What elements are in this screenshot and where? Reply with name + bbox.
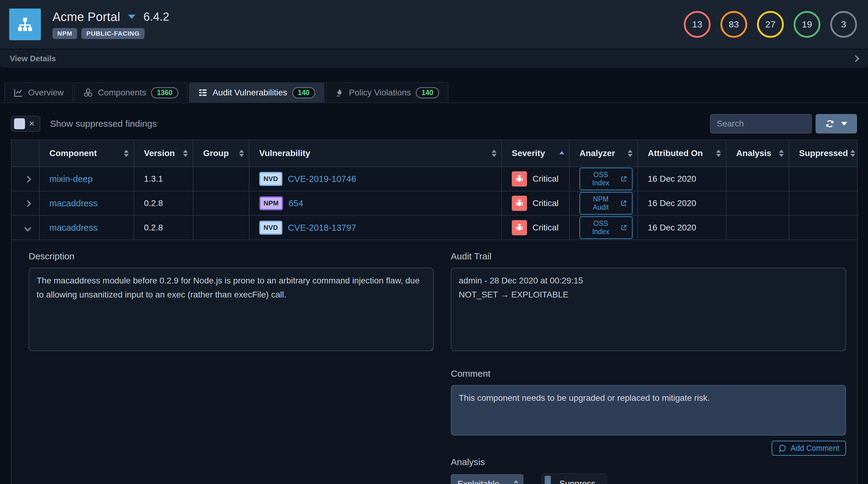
sort-icon	[779, 150, 784, 157]
finding-row: mixin-deep 1.3.1 NVDCVE-2019-10746 Criti…	[11, 167, 857, 191]
analyzer-button[interactable]: OSS Index	[580, 168, 632, 190]
sitemap-icon	[16, 15, 34, 34]
analyzer-button[interactable]: OSS Index	[580, 216, 632, 239]
col-analysis[interactable]: Analysis	[726, 140, 789, 167]
view-details-label: View Details	[10, 54, 56, 63]
suppressed-cell	[789, 216, 857, 240]
finding-row: macaddress 0.2.8 NPM654 Critical NPM Aud…	[11, 191, 857, 216]
group-cell	[193, 216, 249, 240]
col-version[interactable]: Version	[134, 140, 193, 167]
table-toolbar: ✕ Show suppressed findings	[11, 114, 857, 134]
analysis-label: Analysis	[451, 457, 846, 467]
project-tag-npm: NPM	[53, 28, 77, 39]
description-textarea[interactable]: The macaddress module before 0.2.9 for N…	[29, 268, 434, 351]
source-badge: NVD	[259, 221, 282, 235]
search-input[interactable]	[710, 114, 812, 133]
tab-audit-vulnerabilities[interactable]: Audit Vulnerabilities 140	[189, 82, 324, 102]
severity-critical-badge	[512, 171, 527, 187]
bug-icon	[515, 199, 524, 208]
chevron-right-icon	[852, 55, 860, 62]
add-comment-button[interactable]: Add Comment	[772, 441, 846, 456]
show-suppressed-label: Show suppressed findings	[50, 119, 157, 129]
component-link[interactable]: mixin-deep	[50, 174, 93, 184]
metric-high: 83	[720, 11, 747, 38]
finding-detail-row: Description The macaddress module before…	[11, 240, 857, 484]
vulnerability-link[interactable]: CVE-2019-10746	[288, 174, 356, 184]
component-link[interactable]: macaddress	[50, 198, 98, 208]
toggle-off-x-icon: ✕	[29, 120, 35, 127]
suppress-toggle[interactable]: Suppress	[542, 473, 607, 484]
sort-icon	[492, 150, 497, 157]
tab-label: Audit Vulnerabilities	[213, 88, 287, 98]
chevron-right-icon	[24, 176, 31, 183]
col-group[interactable]: Group	[193, 140, 249, 167]
col-attributed-on[interactable]: Attributed On	[638, 140, 726, 167]
sort-icon	[239, 150, 244, 157]
source-badge: NPM	[259, 196, 283, 210]
view-details-bar[interactable]: View Details	[0, 49, 868, 68]
tab-count-badge: 140	[292, 87, 315, 98]
attributed-on-cell: 16 Dec 2020	[638, 191, 726, 216]
comment-textarea[interactable]: This component needs to be upgraded or r…	[451, 385, 846, 435]
finding-row-expanded: macaddress 0.2.8 NVDCVE-2018-13797 Criti…	[11, 216, 857, 240]
tab-label: Overview	[28, 88, 64, 98]
severity-metrics: 13 83 27 19 3	[684, 11, 857, 38]
chevron-down-icon	[24, 225, 31, 232]
findings-table: Component Version Group Vulnerability Se…	[11, 139, 858, 484]
sort-icon	[850, 150, 855, 157]
col-severity[interactable]: Severity	[502, 140, 569, 167]
fire-icon	[335, 88, 344, 98]
severity-label: Critical	[532, 198, 559, 208]
attributed-on-cell: 16 Dec 2020	[638, 216, 726, 240]
version-cell: 0.2.8	[134, 191, 193, 216]
version-cell: 0.2.8	[134, 216, 193, 240]
severity-critical-badge	[512, 220, 527, 235]
sort-icon	[716, 150, 721, 157]
project-logo	[9, 8, 41, 40]
tab-policy-violations[interactable]: Policy Violations 140	[326, 82, 448, 102]
component-link[interactable]: macaddress	[50, 223, 98, 232]
project-title: Acme Portal	[53, 10, 120, 24]
refresh-button[interactable]	[815, 114, 857, 133]
comment-label: Comment	[451, 368, 846, 379]
audit-trail-textarea[interactable]: admin - 28 Dec 2020 at 00:29:15 NOT_SET …	[451, 268, 846, 351]
col-analyzer[interactable]: Analyzer	[569, 140, 638, 167]
bug-icon	[515, 174, 524, 184]
group-cell	[193, 167, 249, 191]
show-suppressed-toggle[interactable]: ✕	[11, 116, 40, 132]
version-cell: 1.3.1	[134, 167, 193, 191]
col-suppressed[interactable]: Suppressed	[789, 140, 857, 167]
analyzer-button[interactable]: NPM Audit	[580, 192, 632, 215]
suppress-label: Suppress	[559, 479, 595, 484]
analysis-cell	[726, 167, 789, 191]
analysis-select[interactable]: Exploitable	[451, 474, 523, 484]
col-vulnerability[interactable]: Vulnerability	[249, 140, 502, 167]
tab-overview[interactable]: Overview	[4, 82, 73, 102]
analysis-cell	[726, 191, 789, 216]
table-header-row: Component Version Group Vulnerability Se…	[11, 140, 857, 167]
refresh-dropdown-caret-icon[interactable]	[841, 122, 847, 126]
tab-components[interactable]: Components 1360	[74, 82, 188, 102]
sort-icon	[183, 150, 188, 157]
col-component[interactable]: Component	[39, 140, 134, 167]
metric-critical: 13	[684, 11, 711, 38]
sort-asc-icon	[559, 151, 564, 156]
comment-bubble-icon	[778, 444, 786, 452]
row-expander[interactable]	[11, 191, 39, 216]
row-expander[interactable]	[11, 216, 39, 240]
col-expander	[11, 140, 39, 167]
group-cell	[193, 191, 249, 216]
severity-label: Critical	[532, 223, 559, 232]
row-expander[interactable]	[11, 167, 39, 191]
vulnerability-link[interactable]: 654	[288, 198, 303, 208]
metric-medium: 27	[757, 11, 784, 38]
project-dropdown-caret-icon[interactable]	[128, 14, 135, 19]
vulnerability-link[interactable]: CVE-2018-13797	[288, 223, 356, 233]
project-header: Acme Portal 6.4.2 NPM PUBLIC-FACING 13 8…	[0, 0, 868, 49]
attributed-on-cell: 16 Dec 2020	[638, 167, 726, 191]
suppress-toggle-knob	[545, 476, 551, 484]
tab-label: Components	[98, 88, 146, 98]
sort-icon	[628, 150, 632, 157]
analysis-cell	[726, 216, 789, 240]
metric-low: 19	[794, 11, 820, 38]
